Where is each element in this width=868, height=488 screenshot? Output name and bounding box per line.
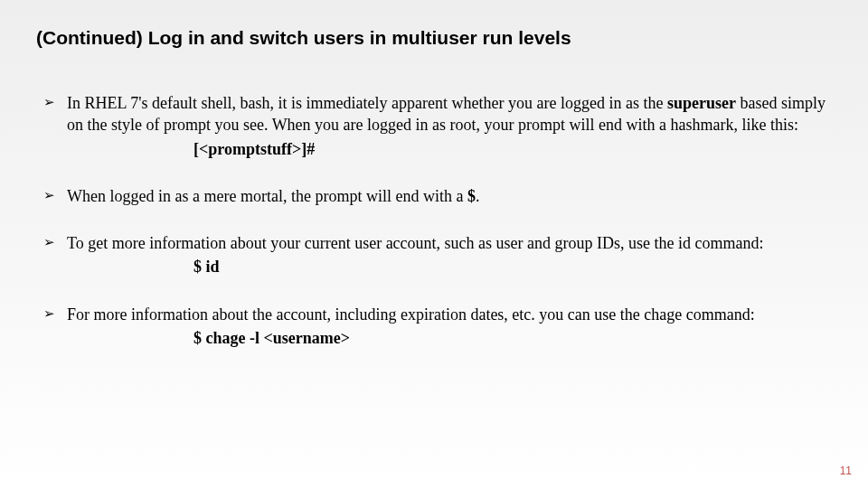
- bullet-item: When logged in as a mere mortal, the pro…: [43, 185, 832, 207]
- bullet-item: To get more information about your curre…: [43, 232, 832, 278]
- bullet-item: For more information about the account, …: [43, 304, 832, 350]
- bullet-indent: $ chage -l <username>: [67, 327, 832, 349]
- bullet-text-pre: To get more information about your curre…: [67, 234, 764, 252]
- bullet-text-bold: $: [467, 187, 476, 205]
- bullet-text-post: .: [476, 187, 480, 205]
- bullet-list: In RHEL 7's default shell, bash, it is i…: [36, 92, 832, 349]
- bullet-item: In RHEL 7's default shell, bash, it is i…: [43, 92, 832, 160]
- bullet-text-pre: For more information about the account, …: [67, 305, 755, 324]
- bullet-indent: $ id: [67, 256, 832, 277]
- slide-container: (Continued) Log in and switch users in m…: [0, 0, 868, 392]
- bullet-indent: [<promptstuff>]#: [67, 138, 832, 160]
- slide-title: (Continued) Log in and switch users in m…: [36, 27, 832, 49]
- bullet-text-bold: superuser: [667, 94, 736, 112]
- bullet-text-pre: In RHEL 7's default shell, bash, it is i…: [67, 94, 667, 112]
- bullet-text-pre: When logged in as a mere mortal, the pro…: [67, 187, 467, 205]
- page-number: 11: [840, 465, 852, 477]
